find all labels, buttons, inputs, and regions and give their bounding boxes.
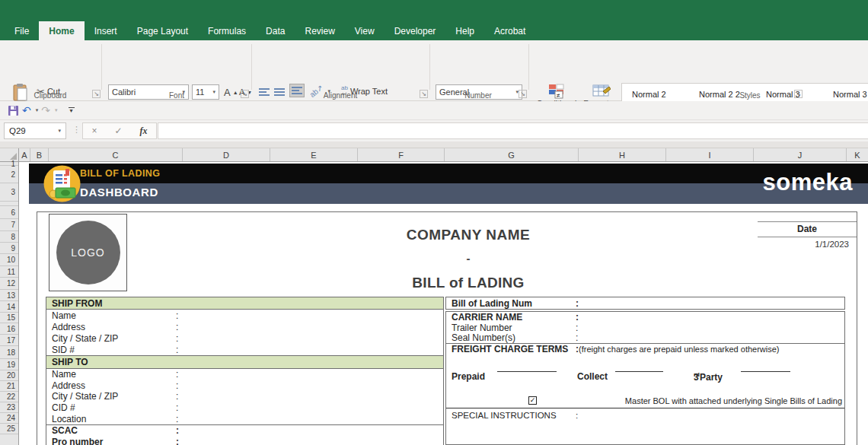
row-header-17[interactable]: 17 [0,335,18,346]
row-header-18[interactable]: 18 [0,346,18,359]
column-header-i[interactable]: I [666,148,754,161]
row-header-3[interactable]: 3 [0,183,18,202]
name-box[interactable]: Q29 ▾ [4,122,66,139]
row-header-7[interactable]: 7 [0,219,18,231]
undo-button[interactable]: ↶ [22,105,31,116]
middle-align-button[interactable] [274,85,285,99]
prepaid-blank-line[interactable] [497,371,557,372]
tab-help[interactable]: Help [445,21,484,40]
column-header-k[interactable]: K [847,148,868,161]
group-separator [101,44,102,90]
tab-view[interactable]: View [345,21,385,40]
row-header-25[interactable]: 25 [0,424,18,434]
row-header-16[interactable]: 16 [0,323,18,335]
pro-number-row[interactable]: Pro number: [46,437,443,445]
row-header-10[interactable]: 10 [0,254,18,266]
tab-acrobat[interactable]: Acrobat [484,21,535,40]
top-align-button[interactable] [259,85,270,99]
ship-to-cid-row[interactable]: CID #: [46,402,443,414]
carrier-name-row[interactable]: CARRIER NAME: [446,312,844,323]
style-normal-2[interactable]: Normal 2 [625,86,690,103]
column-header-c[interactable]: C [49,148,183,161]
collect-blank-line[interactable] [615,371,663,372]
row-header-22[interactable]: 22 [0,392,18,402]
bol-number-row[interactable]: Bill of Lading Num: [445,297,845,310]
row-header-19[interactable]: 19 [0,359,18,370]
ship-to-location-row[interactable]: Location: [46,413,443,424]
group-separator [251,44,252,90]
trailer-number-row[interactable]: Trailer Number: [446,323,844,333]
ship-to-address-row[interactable]: Address: [46,380,443,392]
row-header-8[interactable]: 8 [0,231,18,243]
column-header-d[interactable]: D [183,148,270,161]
row-header-9[interactable]: 9 [0,243,18,254]
column-header-j[interactable]: J [754,148,847,161]
company-logo-box[interactable]: LOGO [49,214,127,291]
column-header-f[interactable]: F [358,148,445,161]
row-header-14[interactable]: 14 [0,301,18,313]
tab-developer[interactable]: Developer [385,21,446,40]
tab-file[interactable]: File [5,21,39,40]
clipboard-dialog-launcher-icon[interactable]: ↘ [92,90,101,98]
name-box-dropdown-icon[interactable]: ▾ [58,128,61,134]
date-block: Date 1/1/2023 [758,221,857,249]
prepaid-label: Prepaid [452,371,485,382]
column-header-g[interactable]: G [445,148,579,161]
ship-to-city-row[interactable]: City / State / ZIP: [46,391,443,402]
row-header-20[interactable]: 20 [0,370,18,381]
select-all-corner[interactable] [0,148,19,161]
sheet-canvas[interactable]: BILL OF LADING DASHBOARD someka LOGO COM… [19,162,868,445]
scac-row[interactable]: SCAC: [46,425,443,437]
ship-from-name-row[interactable]: Name: [46,310,443,321]
tab-insert[interactable]: Insert [85,21,127,40]
alignment-dialog-launcher-icon[interactable]: ↘ [420,90,428,98]
tab-formulas[interactable]: Formulas [198,21,256,40]
row-header-11[interactable]: 11 [0,266,18,278]
tab-page-layout[interactable]: Page Layout [127,21,198,40]
row-header-6[interactable]: 6 [0,206,18,219]
resize-dots-icon[interactable]: ⋮ [72,125,81,135]
format-as-table-icon [592,84,611,99]
font-group-label: Font [131,91,222,100]
redo-button[interactable]: ↷ [41,105,50,116]
group-separator [528,44,529,90]
redo-dropdown-icon: ▾ [55,107,58,113]
tab-home[interactable]: Home [39,21,84,40]
column-header-e[interactable]: E [270,148,358,161]
font-dialog-launcher-icon[interactable]: ↘ [241,90,249,98]
formula-input[interactable] [158,122,868,139]
increase-font-size-button[interactable]: A▲ [224,85,238,99]
tab-data[interactable]: Data [256,21,295,40]
heading-separator: - [247,252,689,265]
row-header-13[interactable]: 13 [0,290,18,301]
enter-button[interactable]: ✓ [114,126,122,136]
column-header-h[interactable]: H [579,148,666,161]
ship-to-name-row[interactable]: Name: [46,369,443,380]
row-header-15[interactable]: 15 [0,313,18,323]
banner-subtitle: DASHBOARD [80,186,158,199]
seal-number-row[interactable]: Seal Number(s): [446,332,844,343]
row-header-23[interactable]: 23 [0,402,18,413]
date-value[interactable]: 1/1/2023 [758,237,857,249]
ship-from-city-row[interactable]: City / State / ZIP: [46,332,443,344]
row-header-12[interactable]: 12 [0,278,18,290]
master-bol-checkbox[interactable]: ✓ [528,396,537,405]
third-party-blank-line[interactable] [741,371,790,372]
ship-from-address-row[interactable]: Address: [46,321,443,332]
style-normal-3-2[interactable]: Normal 3 2 [826,86,868,103]
row-header-21[interactable]: 21 [0,381,18,392]
row-header-2[interactable]: 2 [0,166,18,183]
customize-qat-button[interactable]: ▾ [69,107,75,113]
insert-function-button[interactable]: fx [140,126,148,137]
ship-from-sid-row[interactable]: SID #: [46,344,443,355]
cancel-button[interactable]: × [91,126,97,136]
styles-dialog-launcher-icon[interactable]: ↘ [794,90,803,98]
number-dialog-launcher-icon[interactable]: ↘ [519,90,527,98]
row-header-24[interactable]: 24 [0,413,18,424]
undo-dropdown-icon[interactable]: ▾ [36,107,39,113]
special-instructions-row[interactable]: SPECIAL INSTRUCTIONS : [446,409,844,421]
tab-review[interactable]: Review [295,21,344,40]
column-header-b[interactable]: B [30,148,49,161]
save-button[interactable] [8,105,19,116]
column-header-a[interactable]: A [19,148,30,161]
